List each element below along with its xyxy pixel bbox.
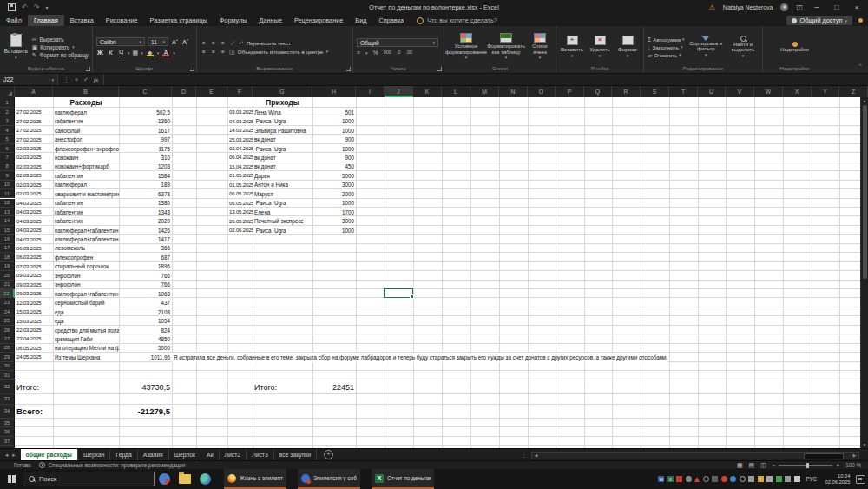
cell-G6[interactable]: Раиса Ugra [253, 144, 312, 153]
cell-H3[interactable]: 1000 [312, 116, 356, 125]
taskbar-app-button[interactable]: Эпилепсия у соба... [298, 469, 360, 489]
cell-C25[interactable]: 1054 [119, 316, 172, 325]
name-box[interactable]: J22 ▾ [0, 74, 58, 85]
action-center-icon[interactable] [856, 475, 865, 484]
cell-H10[interactable]: 3000 [312, 181, 356, 189]
row-header-5[interactable]: 5 [0, 135, 15, 143]
cell-A21[interactable]: 09.03.2025 [15, 281, 53, 289]
cell-C6[interactable]: 1175 [119, 144, 172, 153]
align-center-icon[interactable]: ≡ [210, 49, 217, 55]
column-header-R[interactable]: R [612, 86, 641, 97]
column-header-G[interactable]: G [253, 86, 312, 97]
column-header-Z[interactable]: Z [839, 86, 868, 97]
decrease-decimal-icon[interactable]: ,00 [405, 50, 412, 56]
column-header-F[interactable]: F [227, 86, 253, 97]
column-header-L[interactable]: L [442, 86, 470, 97]
cell-A19[interactable]: 07.03.2025 [15, 262, 53, 271]
cell-F11[interactable]: 06.05.2025 [227, 189, 253, 198]
insert-cells-button[interactable]: + Вставить▾ [560, 36, 584, 58]
ribbon-tab-Главная[interactable]: Главная [28, 15, 64, 26]
clear-button[interactable]: ▱Очистить▾ [648, 52, 684, 58]
cell-F5[interactable]: 25.03.2025 [227, 135, 253, 143]
formula-menu-dots-icon[interactable]: ⋮ [63, 76, 69, 83]
cell-C28[interactable]: 5000 [119, 344, 172, 353]
row-header-2[interactable]: 2 [0, 108, 15, 116]
row-header-18[interactable]: 18 [0, 253, 15, 261]
cell-D29[interactable]: Я истратила все деньги, собранные в его … [172, 353, 667, 361]
cell-A27[interactable]: 23.04.2025 [15, 334, 53, 343]
cell-C13[interactable]: 1343 [119, 208, 172, 216]
vertical-scroll-thumb[interactable] [863, 105, 867, 279]
redo-icon[interactable]: ↷ [34, 4, 40, 11]
cell-C9[interactable]: 1584 [119, 171, 172, 180]
sheet-tab-Шерлок[interactable]: Шерлок [169, 449, 201, 460]
row-header-34[interactable]: 34 [0, 405, 15, 420]
cell-C20[interactable]: 766 [119, 271, 172, 280]
cell-F4[interactable]: 14.03.2025 [227, 126, 253, 135]
increase-decimal-icon[interactable]: ,0 [397, 50, 401, 56]
cell-F8[interactable]: 15.04.2025 [227, 162, 253, 171]
cell-H32[interactable]: 22451 [312, 380, 356, 394]
cell-B20[interactable]: энрофлон [53, 271, 119, 280]
dialog-launcher-icon[interactable] [346, 67, 351, 71]
cancel-icon[interactable]: × [75, 76, 78, 83]
cell-B16[interactable]: паглюферал+габапентин [53, 235, 119, 243]
zoom-slider[interactable] [779, 465, 832, 466]
row-header-1[interactable]: 1 [0, 97, 15, 108]
cell-G15[interactable]: Раиса Ugra [253, 226, 312, 235]
cell-C23[interactable]: 437 [119, 298, 172, 307]
row-header-21[interactable]: 21 [0, 281, 15, 289]
language-indicator[interactable]: РУС [803, 476, 819, 482]
app-red-tray-icon[interactable] [676, 476, 682, 482]
cell-A24[interactable]: 15.03.2025 [15, 307, 53, 316]
cell-A6[interactable]: 02.03.2025 [15, 144, 53, 153]
cell-H4[interactable]: 1000 [312, 126, 356, 135]
row-header-35[interactable]: 35 [0, 419, 15, 427]
shield-yellow-tray-icon[interactable]: ! [758, 476, 764, 482]
cell-C19[interactable]: 1896 [119, 262, 172, 271]
save-icon[interactable] [8, 3, 16, 11]
column-header-C[interactable]: C [119, 86, 172, 97]
underline-button[interactable]: Ч [117, 49, 125, 56]
comma-style-icon[interactable]: 000 [384, 50, 391, 56]
cell-C22[interactable]: 1063 [119, 289, 172, 298]
cell-G2[interactable]: Лена Wina [253, 108, 312, 116]
cell-A32[interactable]: Итого: [15, 380, 53, 394]
column-header-W[interactable]: W [754, 86, 783, 97]
fill-color-button[interactable]: ◆ [146, 50, 155, 56]
cell-B7[interactable]: новокаин [53, 153, 119, 162]
cell-B28[interactable]: на операцию Мелли на фору [53, 344, 119, 353]
close-button[interactable]: × [851, 3, 863, 11]
cell-A28[interactable]: 06.05.2025 [15, 344, 53, 353]
cell-G10[interactable]: Антон и Ника [253, 181, 312, 189]
font-family-select[interactable]: Calibri▾ [96, 37, 145, 46]
column-header-I[interactable]: I [356, 86, 385, 97]
find-select-button[interactable]: Найти и выделить▾ [727, 36, 759, 59]
cell-A25[interactable]: 15.03.2025 [15, 316, 53, 325]
zoom-in-icon[interactable]: + [836, 462, 839, 468]
scroll-right-icon[interactable]: ▶ [851, 453, 858, 458]
cell-H8[interactable]: 450 [312, 162, 356, 171]
row-header-9[interactable]: 9 [0, 171, 15, 180]
zoom-out-icon[interactable]: − [773, 462, 776, 468]
row-header-7[interactable]: 7 [0, 153, 15, 162]
copy-button[interactable]: ▣Копировать▾ [32, 44, 89, 50]
cell-B14[interactable]: габапентин [53, 216, 119, 225]
row-header-31[interactable]: 31 [0, 371, 15, 380]
row-header-12[interactable]: 12 [0, 199, 15, 208]
cell-C8[interactable]: 1203 [119, 162, 172, 171]
cell-C11[interactable]: 6378 [119, 189, 172, 198]
cell-C2[interactable]: 502,5 [119, 108, 172, 116]
cell-H6[interactable]: 1000 [312, 144, 356, 153]
cell-A7[interactable]: 02.03.2025 [15, 153, 53, 162]
restore-button[interactable]: □ [831, 3, 843, 11]
autosum-button[interactable]: ΣАвтосумма▾ [648, 36, 684, 43]
page-layout-view-icon[interactable]: ▤ [749, 462, 755, 469]
cell-B17[interactable]: левомеколь [53, 244, 119, 253]
news-icon[interactable] [159, 473, 170, 485]
cell-A5[interactable]: 27.02.2025 [15, 135, 53, 143]
cell-G13[interactable]: Елена [253, 208, 312, 216]
cell-C10[interactable]: 189 [119, 181, 172, 189]
row-header-37[interactable]: 37 [0, 437, 15, 446]
cell-A34[interactable]: Всего: [15, 405, 53, 420]
